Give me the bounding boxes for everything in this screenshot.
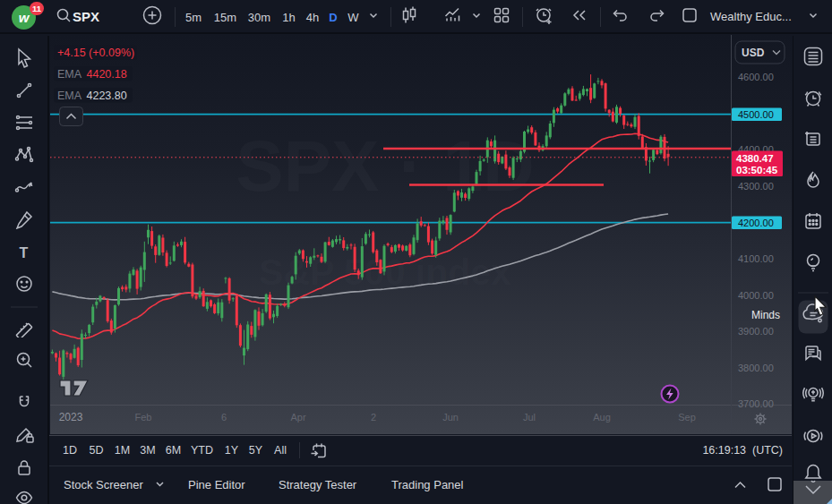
svg-text:3900.00: 3900.00 — [738, 326, 774, 337]
svg-text:Aug: Aug — [593, 412, 611, 423]
svg-text:6: 6 — [221, 412, 227, 423]
svg-text:4500.00: 4500.00 — [738, 109, 774, 120]
svg-text:4100.00: 4100.00 — [738, 253, 774, 264]
svg-text:4223.80: 4223.80 — [87, 90, 127, 102]
svg-text:2: 2 — [371, 412, 376, 423]
svg-text:Minds: Minds — [751, 309, 780, 321]
svg-text:3800.00: 3800.00 — [738, 363, 774, 373]
svg-text:SPX · 1D: SPX · 1D — [236, 126, 534, 206]
svg-text:4300.00: 4300.00 — [738, 181, 774, 192]
svg-text:Apr: Apr — [290, 412, 305, 423]
svg-text:Jul: Jul — [523, 412, 536, 423]
svg-text:EMA: EMA — [57, 90, 82, 102]
svg-text:Feb: Feb — [135, 412, 152, 423]
svg-text:Jun: Jun — [442, 412, 459, 423]
svg-text:4600.00: 4600.00 — [738, 72, 774, 82]
svg-text:+4.15 (+0.09%): +4.15 (+0.09%) — [57, 47, 134, 59]
svg-text:4380.47: 4380.47 — [736, 153, 774, 164]
svg-text:2023: 2023 — [59, 411, 83, 423]
svg-text:USD: USD — [742, 47, 765, 59]
svg-text:Sep: Sep — [678, 412, 696, 423]
svg-text:4200.00: 4200.00 — [738, 218, 774, 228]
svg-text:03:50:45: 03:50:45 — [736, 165, 778, 175]
svg-text:3700.00: 3700.00 — [738, 398, 774, 409]
svg-text:4420.18: 4420.18 — [87, 68, 127, 81]
svg-text:4000.00: 4000.00 — [738, 290, 774, 301]
svg-text:EMA: EMA — [57, 68, 82, 81]
